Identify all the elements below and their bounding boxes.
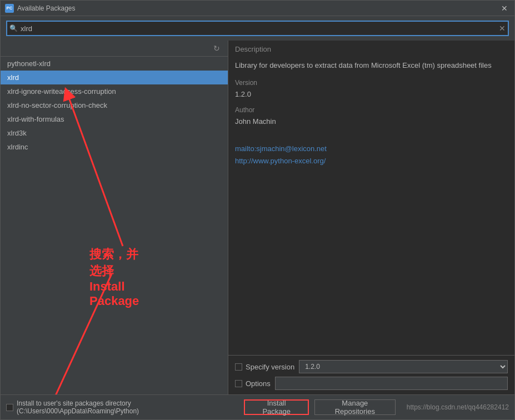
clear-search-icon[interactable]: ✕ — [499, 24, 506, 33]
window-title: Available Packages — [17, 4, 499, 12]
list-item[interactable]: xlrd3k — [1, 126, 228, 140]
app-icon: PC — [5, 4, 14, 13]
description-body: Library for developers to extract data f… — [228, 56, 514, 355]
website-link[interactable]: http://www.python-excel.org/ — [235, 156, 508, 167]
email-link[interactable]: mailto:sjmachin@lexicon.net — [235, 143, 508, 154]
options-row: Options — [235, 377, 508, 390]
footer-url: https://blog.csdn.net/qq446282412 — [407, 403, 509, 411]
manage-repositories-button[interactable]: Manage Repositories — [314, 399, 396, 415]
footer-bar: Install to user's site packages director… — [1, 394, 514, 419]
specify-version-row: Specify version 1.2.0 — [235, 360, 508, 373]
specify-version-label[interactable]: Specify version — [235, 363, 294, 371]
bottom-controls: Specify version 1.2.0 Options — [228, 355, 514, 394]
search-input-wrapper: 🔍 ✕ — [6, 21, 509, 36]
list-item[interactable]: xlrd-ignore-writeaccess-corruption — [1, 84, 228, 98]
available-packages-window: PC Available Packages ✕ 🔍 ✕ ↻ pythonetl-… — [0, 0, 515, 420]
author-label: Author — [235, 105, 508, 115]
options-input[interactable] — [275, 377, 508, 390]
title-bar: PC Available Packages ✕ — [1, 1, 514, 16]
left-panel: ↻ pythonetl-xlrd xlrd xlrd-ignore-writea… — [1, 41, 228, 394]
install-to-user-checkbox[interactable] — [6, 404, 13, 411]
author-value: John Machin — [235, 116, 508, 127]
list-item[interactable]: xlrd-with-formulas — [1, 112, 228, 126]
version-label: Version — [235, 78, 508, 88]
install-package-button[interactable]: Install Package — [244, 399, 308, 415]
refresh-button[interactable]: ↻ — [211, 43, 222, 54]
description-main-text: Library for developers to extract data f… — [235, 60, 508, 71]
search-input[interactable] — [6, 21, 509, 36]
package-list: pythonetl-xlrd xlrd xlrd-ignore-writeacc… — [1, 57, 228, 394]
options-checkbox[interactable] — [235, 380, 242, 387]
refresh-row: ↻ — [1, 41, 228, 57]
specify-version-checkbox[interactable] — [235, 363, 242, 371]
close-button[interactable]: ✕ — [499, 3, 510, 14]
options-label[interactable]: Options — [235, 379, 271, 388]
version-value: 1.2.0 — [235, 89, 508, 100]
description-header: Description — [228, 41, 514, 56]
search-bar: 🔍 ✕ — [1, 16, 514, 41]
list-item[interactable]: xlrd — [1, 71, 228, 84]
list-item[interactable]: xlrdinc — [1, 140, 228, 154]
right-panel: Description Library for developers to ex… — [228, 41, 514, 394]
install-to-user-label[interactable]: Install to user's site packages director… — [6, 399, 233, 415]
main-content: ↻ pythonetl-xlrd xlrd xlrd-ignore-writea… — [1, 41, 514, 394]
list-item[interactable]: xlrd-no-sector-corruption-check — [1, 98, 228, 112]
list-item[interactable]: pythonetl-xlrd — [1, 57, 228, 71]
version-select[interactable]: 1.2.0 — [299, 360, 508, 373]
